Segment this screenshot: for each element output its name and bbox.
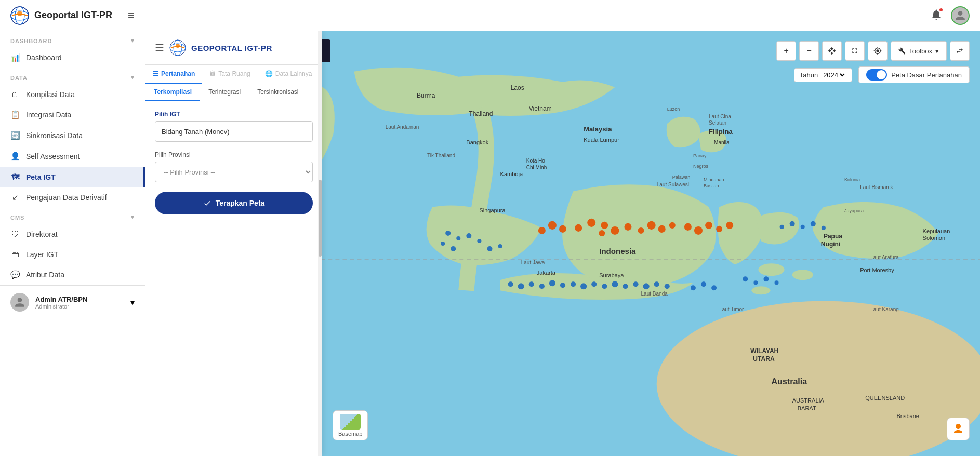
sidebar-item-selfassessment[interactable]: 👤 Self Assessment	[0, 146, 145, 167]
svg-point-13	[477, 239, 481, 243]
svg-point-28	[612, 281, 618, 287]
atributdata-icon: 💬	[10, 270, 20, 279]
scroll-thumb[interactable]	[319, 180, 322, 256]
kompilasi-icon: 🗂	[10, 90, 20, 99]
fullscreen-button[interactable]	[845, 41, 865, 61]
sidebar-item-kompilasi[interactable]: 🗂 Kompilasi Data	[0, 84, 145, 104]
svg-point-27	[602, 284, 607, 289]
svg-text:Filipina: Filipina	[709, 128, 733, 136]
provinsi-select[interactable]: -- Pilih Provinsi --	[155, 162, 313, 182]
peta-toggle[interactable]	[866, 69, 887, 81]
svg-text:Laut Arafura: Laut Arafura	[870, 254, 899, 260]
svg-text:Surabaya: Surabaya	[599, 272, 624, 278]
svg-text:AUSTRALIA: AUSTRALIA	[792, 397, 825, 404]
svg-point-21	[539, 284, 545, 289]
subtab-terkompilasi[interactable]: Terkompilasi	[145, 84, 200, 101]
user-name: Admin ATR/BPN	[35, 296, 124, 303]
sidebar-item-direktorat[interactable]: 🛡 Direktorat	[0, 224, 145, 244]
map-toolbar-row2: Tahun 2020 2021 2022 2023 2024 Peta Dasa…	[794, 66, 970, 83]
exchange-button[interactable]	[950, 41, 970, 61]
svg-point-32	[654, 281, 659, 287]
sidebar-item-integrasi[interactable]: 📋 Integrasi Data	[0, 104, 145, 125]
side-panel-logo	[169, 39, 186, 56]
svg-point-11	[456, 236, 460, 240]
toggle-knob	[877, 70, 886, 79]
sidebar-item-pengajuan[interactable]: ↙ Pengajuan Data Derivatif	[0, 187, 145, 208]
svg-point-58	[775, 280, 779, 285]
svg-point-62	[811, 221, 816, 226]
svg-point-39	[624, 223, 631, 231]
user-avatar-button[interactable]	[951, 6, 970, 25]
side-panel-hamburger[interactable]: ☰	[155, 42, 164, 54]
person-button[interactable]	[947, 418, 970, 440]
tab-tataruang-icon: 🏛	[209, 70, 216, 77]
logo-area: Geoportal IGT-PR ≡	[10, 6, 135, 25]
panel-subtabs: Terkompilasi Terintegrasi Tersinkronisas…	[145, 84, 322, 101]
subtab-tersinkronisasi[interactable]: Tersinkronisasi	[249, 84, 307, 101]
svg-text:Basilan: Basilan	[704, 183, 719, 189]
zoom-out-button[interactable]: −	[799, 41, 819, 61]
svg-text:Jakarta: Jakarta	[537, 270, 556, 276]
basemap-icon	[340, 414, 361, 430]
svg-point-29	[623, 284, 628, 289]
sidebar-item-atributdata[interactable]: 💬 Atribut Data	[0, 264, 145, 285]
petaigt-icon: 🗺	[10, 172, 20, 181]
sidebar-item-layerigt[interactable]: 🗃 Layer IGT	[0, 244, 145, 264]
sidebar-item-sinkronisasi[interactable]: 🔄 Sinkronisasi Data	[0, 125, 145, 146]
svg-text:Mindanao: Mindanao	[704, 177, 724, 182]
selfassessment-icon: 👤	[10, 152, 20, 161]
svg-point-56	[753, 280, 758, 285]
top-header: Geoportal IGT-PR ≡	[0, 0, 980, 31]
notification-button[interactable]	[930, 8, 943, 22]
svg-text:Laut Timor: Laut Timor	[719, 306, 744, 312]
app-title: Geoportal IGT-PR	[34, 10, 112, 21]
svg-point-25	[580, 283, 587, 289]
zoom-in-button[interactable]: +	[776, 41, 796, 61]
svg-point-9	[751, 286, 770, 294]
provinsi-form-group: Pilih Provinsi -- Pilih Provinsi --	[155, 151, 313, 182]
move-button[interactable]	[822, 41, 842, 61]
svg-point-59	[780, 225, 784, 229]
svg-text:Chi Minh: Chi Minh	[526, 165, 547, 170]
locate-button[interactable]	[868, 41, 888, 61]
svg-text:QUEENSLAND: QUEENSLAND	[865, 395, 905, 401]
scroll-track	[318, 31, 322, 456]
svg-point-53	[701, 281, 706, 287]
tab-pertanahan[interactable]: ☰ Pertanahan	[145, 65, 202, 84]
sidebar-toggle[interactable]: ≡	[128, 9, 135, 22]
section-header-data: DATA ▾	[0, 68, 145, 84]
year-select[interactable]: 2020 2021 2022 2023 2024	[821, 71, 846, 79]
content-area: Burma Laos Thailand Vietnam Bangkok Kamb…	[145, 31, 980, 456]
provinsi-label: Pilih Provinsi	[155, 151, 313, 158]
integrasi-icon: 📋	[10, 110, 20, 119]
peta-toggle-area: Peta Dasar Pertanahan	[858, 66, 970, 83]
svg-text:Tik Thailand: Tik Thailand	[427, 153, 455, 158]
toolbox-button[interactable]: Toolbox ▾	[891, 41, 947, 61]
svg-text:Laos: Laos	[511, 84, 524, 91]
sidebar-item-petaigt[interactable]: 🗺 Peta IGT	[0, 167, 145, 187]
igt-input[interactable]	[155, 121, 313, 142]
sidebar: DASHBOARD ▾ 📊 Dashboard DATA ▾ 🗂 Kompila…	[0, 31, 145, 456]
user-profile-section[interactable]: Admin ATR/BPN Administrator ▾	[0, 285, 145, 319]
apply-peta-button[interactable]: Terapkan Peta	[155, 192, 313, 214]
svg-text:Palawan: Palawan	[672, 175, 691, 180]
svg-point-43	[669, 222, 676, 229]
dashboard-icon: 📊	[10, 53, 20, 62]
svg-point-8	[792, 270, 813, 280]
svg-point-31	[643, 283, 650, 289]
subtab-terintegrasi[interactable]: Terintegrasi	[200, 84, 249, 101]
sidebar-item-dashboard[interactable]: 📊 Dashboard	[0, 47, 145, 68]
svg-text:Papua: Papua	[824, 233, 842, 240]
side-panel: ☰ GEOPORTAL IGT-PR ☰ Pertanahan 🏛	[145, 31, 322, 456]
svg-text:Malaysia: Malaysia	[584, 125, 612, 133]
svg-text:Luzon: Luzon	[667, 106, 680, 112]
svg-text:Laut Jawa: Laut Jawa	[521, 260, 545, 265]
section-header-dashboard: DASHBOARD ▾	[0, 31, 145, 47]
svg-text:Port Moresby: Port Moresby	[860, 267, 894, 273]
svg-point-115	[176, 44, 180, 48]
user-avatar	[10, 293, 29, 312]
peta-toggle-label: Peta Dasar Pertanahan	[891, 71, 962, 79]
svg-text:Australia: Australia	[772, 377, 808, 386]
basemap-button[interactable]: Basemap	[333, 410, 368, 440]
svg-text:Laut Banda: Laut Banda	[641, 291, 668, 297]
